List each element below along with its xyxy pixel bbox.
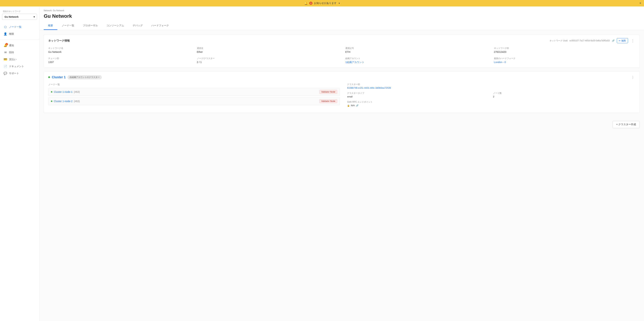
tab-proposals[interactable]: プロポーザル — [78, 22, 102, 30]
node-count-value: 2 — [493, 95, 636, 98]
node-item: Cluster 1-node-1 (#63) Validator Node — [48, 88, 340, 96]
sidebar-documents-label: ドキュメント — [9, 65, 24, 68]
notification-bar: 🔔 1 お知らせがあります ▾ × — [0, 0, 644, 6]
currency-name-item: 通貨名 Ether — [197, 47, 338, 53]
currency-symbol-value: ETH — [345, 50, 487, 53]
network-info-title: ネットワーク情報 — [48, 39, 70, 42]
network-id-item: ネットワークID 276313420 — [494, 47, 636, 53]
latest-hardfork-label: 最新のハードフォーク — [494, 57, 636, 60]
node-cluster-label: ノード/クラスター — [197, 57, 338, 60]
more-options-button[interactable]: ⋮ — [630, 38, 635, 43]
create-cluster-button[interactable]: + クラスター作成 — [612, 121, 640, 128]
node-count-item: ノード数 2 — [493, 92, 636, 98]
pencil-icon: ✏ — [619, 39, 621, 42]
network-info-header-right: ネットワーク Uuid: ce300107-7a17-465d-9a30-0d6… — [550, 38, 635, 43]
tab-consortium[interactable]: コンソーシアム — [102, 22, 128, 30]
page-title: Gu Network — [44, 13, 640, 19]
chevron-down-icon: ▾ — [34, 15, 35, 18]
sidebar-support-label: サポート — [9, 72, 19, 75]
tab-hardfork[interactable]: ハードフォーク — [147, 22, 173, 30]
cluster-body: ノード一覧 Cluster 1-node-1 (#63) Validator N… — [48, 83, 635, 109]
chat-icon: 💬 — [4, 72, 7, 75]
node-cluster-item: ノード/クラスター 2 / 1 — [197, 57, 338, 64]
sidebar-item-billing[interactable]: 💳 支払い — [0, 56, 39, 63]
tab-debug[interactable]: デバッグ — [128, 22, 147, 30]
currency-name-label: 通貨名 — [197, 47, 338, 50]
footer-actions: + クラスター作成 — [40, 121, 644, 132]
cluster-status-dot — [48, 76, 50, 78]
sidebar-network-name: Gu Network — [4, 15, 19, 18]
link-icon[interactable]: 🔗 — [612, 39, 614, 42]
sidebar-notifications-label: 通知 — [9, 44, 14, 47]
rpc-value: N/A — [351, 104, 355, 107]
notification-badge: 1 — [309, 1, 312, 5]
cluster-type-value: small — [347, 95, 490, 98]
notification-close-button[interactable]: × — [640, 1, 641, 5]
notification-count: 1 — [6, 43, 8, 45]
cluster-type-item: クラスタータイプ small — [347, 92, 490, 98]
lock-icon: 🔒 — [347, 104, 350, 107]
network-id-label: ネットワークID — [494, 47, 636, 50]
envelope-icon: ✉ — [4, 51, 7, 54]
node-2-name[interactable]: Cluster 1-node-2 — [54, 100, 72, 103]
sidebar-billing-label: 支払い — [9, 58, 16, 61]
cluster-badge: 自組織アカウントのクラスター — [68, 75, 102, 79]
network-name-item: ネットワーク名 Gu Network — [48, 47, 190, 53]
sidebar-item-invitations[interactable]: ✉ 招待 — [0, 49, 39, 56]
node-2-id: (#63) — [74, 100, 80, 103]
latest-hardfork-item: 最新のハードフォーク London - 0 — [494, 57, 636, 64]
node-1-type-badge: Validator Node — [319, 90, 338, 94]
tab-overview[interactable]: 概要 — [44, 22, 57, 30]
sidebar-item-documents[interactable]: 📄 ドキュメント — [0, 63, 39, 70]
cluster-info: クラスターID 8108b746-e151-4431-bf4c-3d0b0ea7… — [344, 83, 635, 109]
sidebar-item-notifications[interactable]: 🔔 1 通知 — [0, 42, 39, 49]
notification-text: お知らせがあります — [314, 1, 336, 5]
cluster-id-item: クラスターID 8108b746-e151-4431-bf4c-3d0b0ea7… — [347, 83, 635, 89]
node-status-dot — [51, 91, 52, 93]
sidebar-invitations-label: 招待 — [9, 51, 14, 54]
org-account-label: 組織アカウント — [345, 57, 487, 60]
card-icon: 💳 — [4, 58, 7, 61]
network-uuid-label: ネットワーク Uuid: ce300107-7a17-465d-9a30-0d6… — [550, 39, 610, 42]
node-item: Cluster 1-node-2 (#63) Validator Node — [48, 97, 340, 105]
cluster-title[interactable]: Cluster 1 — [52, 75, 66, 79]
sidebar-item-nodes[interactable]: ⬡ ノード一覧 — [0, 23, 39, 30]
share-icon: ⬡ — [4, 25, 7, 29]
nodes-section-title: ノード一覧 — [48, 83, 340, 86]
link-icon[interactable]: 🔗 — [356, 104, 358, 107]
breadcrumb: Network: Gu Network — [44, 9, 640, 12]
network-name-label: ネットワーク名 — [48, 47, 190, 50]
person-icon: 👤 — [4, 32, 7, 36]
network-info-card: ネットワーク情報 ネットワーク Uuid: ce300107-7a17-465d… — [44, 34, 640, 68]
node-cluster-value: 2 / 1 — [197, 61, 338, 64]
content-area: ネットワーク情報 ネットワーク Uuid: ce300107-7a17-465d… — [40, 30, 644, 121]
sidebar-permissions-label: 権限 — [9, 32, 14, 36]
org-account-item: 組織アカウント 1組織アカウント — [345, 57, 487, 64]
main-content: Network: Gu Network Gu Network 概要 ノード一覧 … — [40, 6, 644, 321]
chain-id-label: チェーンID — [48, 57, 190, 60]
tab-nodes[interactable]: ノード一覧 — [57, 22, 78, 30]
notification-content: 🔔 1 お知らせがあります ▾ — [304, 1, 340, 5]
sidebar-nodes-label: ノード一覧 — [9, 25, 22, 29]
main-header: Network: Gu Network Gu Network 概要 ノード一覧 … — [40, 6, 644, 30]
currency-symbol-item: 通貨記号 ETH — [345, 47, 487, 53]
sidebar-network-selector[interactable]: Gu Network ▾ — [2, 14, 37, 20]
node-1-id: (#63) — [74, 90, 80, 93]
nodes-section: ノード一覧 Cluster 1-node-1 (#63) Validator N… — [48, 83, 340, 109]
edit-button[interactable]: ✏ 編集 — [617, 38, 628, 43]
cluster-more-options-button[interactable]: ⋮ — [630, 75, 635, 79]
sidebar-item-permissions[interactable]: 👤 権限 — [0, 30, 39, 37]
cluster-id-value: 8108b746-e151-4431-bf4c-3d0b0ea72539 — [347, 86, 635, 89]
currency-symbol-label: 通貨記号 — [345, 47, 487, 50]
file-icon: 📄 — [4, 65, 7, 68]
sidebar-network-label: 現在のネットワーク — [0, 10, 39, 13]
network-info-card-header: ネットワーク情報 ネットワーク Uuid: ce300107-7a17-465d… — [48, 38, 635, 43]
node-status-dot — [51, 100, 52, 102]
node-1-name[interactable]: Cluster 1-node-1 — [54, 90, 72, 93]
sidebar-item-support[interactable]: 💬 サポート — [0, 70, 39, 77]
cluster-type-label: クラスタータイプ — [347, 92, 490, 95]
latest-hardfork-value: London - 0 — [494, 61, 636, 64]
cluster-card: Cluster 1 自組織アカウントのクラスター ⋮ ノード一覧 Cluster… — [44, 71, 640, 113]
chevron-down-icon[interactable]: ▾ — [339, 2, 340, 4]
org-account-value[interactable]: 1組織アカウント — [345, 61, 487, 64]
